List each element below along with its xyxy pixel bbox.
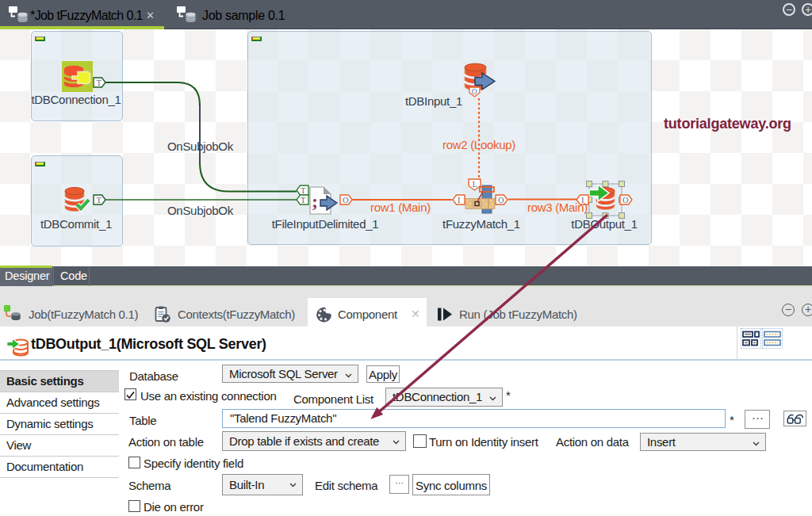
svg-text:T: T bbox=[97, 78, 102, 87]
svg-text:L: L bbox=[473, 180, 477, 189]
svg-text:O: O bbox=[622, 196, 629, 204]
svg-text:T: T bbox=[97, 196, 102, 204]
svg-text:O: O bbox=[472, 88, 477, 96]
svg-text:T: T bbox=[301, 196, 306, 204]
svg-text:;: ; bbox=[312, 191, 318, 212]
svg-text:I: I bbox=[458, 196, 461, 204]
svg-text:O: O bbox=[498, 196, 504, 204]
svg-text:O: O bbox=[343, 196, 349, 204]
